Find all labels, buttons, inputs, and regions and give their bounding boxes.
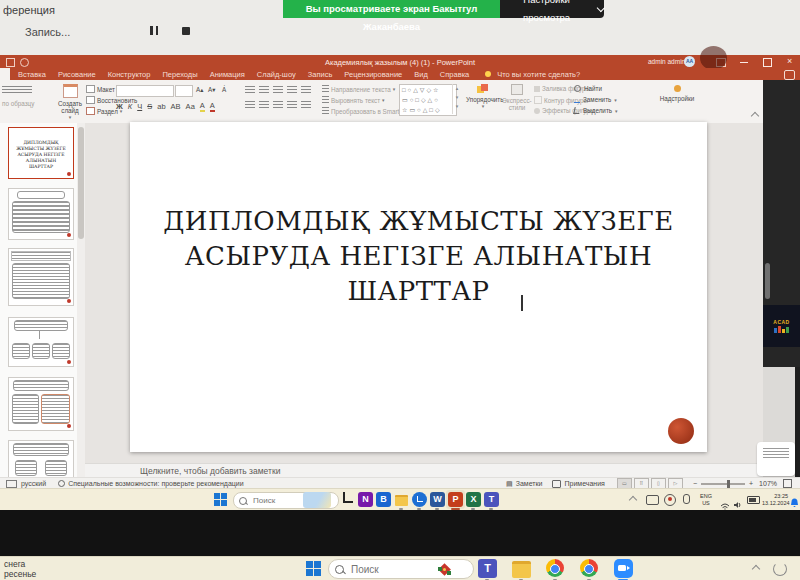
tab-slideshow[interactable]: Слайд-шоу [257,70,296,79]
app-icon-onenote[interactable]: N [358,492,373,507]
quick-styles-button[interactable]: Экспресс-стили [502,84,532,111]
battery-icon[interactable] [747,496,760,504]
select-button[interactable]: Выделить▾ [574,107,618,114]
app-icon-window[interactable] [340,492,355,507]
minimize-button[interactable] [740,62,748,63]
font-name-box[interactable] [116,85,174,97]
format-painter-label[interactable]: по образцу [2,100,34,107]
collapse-ribbon-icon[interactable] [751,112,759,120]
new-slide-button[interactable]: Создать слайд ▾ [57,84,83,120]
tab-help[interactable]: Справка [440,70,469,79]
tab-transitions[interactable]: Переходы [162,70,197,79]
view-settings-button[interactable]: Настройки просмотра [500,0,604,18]
underline-button[interactable]: Ч [137,102,142,111]
indent-increase-icon[interactable] [287,86,297,94]
weather-text-line1[interactable]: снега [4,559,25,569]
status-language[interactable]: русский [21,480,46,487]
stop-recording-button[interactable] [182,27,190,35]
start-button[interactable] [306,561,321,576]
app-icon-teams[interactable]: T [484,492,499,507]
app-icon-chrome[interactable] [580,559,598,577]
tellme-box[interactable]: Что вы хотите сделать? [497,70,580,79]
tab-insert[interactable]: Вставка [18,70,46,79]
slide-thumbnail-3[interactable] [8,248,74,306]
tab-active-partial[interactable] [0,68,10,80]
zoom-out-button[interactable]: − [693,480,697,487]
fit-slide-icon[interactable] [783,479,792,488]
app-icon-excel[interactable]: X [466,492,481,507]
app-icon-teams[interactable]: T [478,559,497,578]
align-left-icon[interactable] [245,101,255,109]
shadow-button[interactable]: ab [157,102,165,111]
tab-animations[interactable]: Анимация [210,70,245,79]
indent-decrease-icon[interactable] [273,86,283,94]
clear-format-button[interactable]: А́ [222,86,226,93]
language-indicator[interactable]: ENGUS [700,493,712,507]
shapes-gallery[interactable]: □○△▽◇☆▭○□◇△○☆▭○△□◇ [399,84,457,116]
account-name[interactable]: admin admin [648,58,685,65]
floating-panel[interactable] [757,442,795,476]
text-direction-button[interactable]: Направление текста▾ [322,85,395,93]
app-icon-powerpoint[interactable]: P [448,492,463,507]
notes-pane[interactable]: Щелкните, чтобы добавить заметки [85,463,763,478]
restore-button[interactable] [763,58,772,67]
video-panel-scrollbar[interactable] [765,263,770,299]
app-icon-clock[interactable] [412,492,427,507]
zoom-slider-handle[interactable] [727,480,730,488]
app-icon-word[interactable]: W [430,492,445,507]
tray-clock[interactable]: 23:2513.12.2024 [762,493,788,507]
font-size-box[interactable] [175,85,193,97]
status-accessibility[interactable]: Специальные возможности: проверьте реком… [68,480,244,487]
slide-canvas[interactable]: ДИПЛОМДЫҚ ЖҰМЫСТЫ ЖҮЗЕГЕ АСЫРУДА НЕГІЗГЕ… [130,122,707,452]
layout-button[interactable]: Макет▾ [86,85,119,93]
columns-icon[interactable] [301,101,311,109]
app-icon-bing[interactable]: B [376,492,391,507]
bold-button[interactable]: Ж [116,102,123,111]
tray-camera-icon[interactable] [646,495,659,505]
weather-widget[interactable] [303,492,331,508]
italic-button[interactable]: К [128,102,132,111]
pause-recording-button[interactable] [150,26,158,35]
tray-record-icon[interactable] [664,494,676,506]
char-spacing-button[interactable]: АВ [171,102,181,111]
tab-view[interactable]: Вид [414,70,428,79]
tab-record[interactable]: Запись [308,70,333,79]
app-icon-chrome[interactable] [546,559,564,577]
slide-thumbnail-5[interactable] [8,377,74,431]
replace-button[interactable]: Заменить▾ [574,96,617,103]
change-case-button[interactable]: Аа [186,102,195,111]
tray-chevron-icon[interactable] [629,496,637,504]
shrink-font-button[interactable]: А▾ [208,86,215,93]
zoom-slider[interactable] [701,483,745,485]
app-icon-zoom[interactable] [614,559,633,578]
comments-toggle[interactable]: Примечания [564,480,604,487]
slide-thumbnail-4[interactable] [8,317,74,367]
slide-thumbnail-2[interactable] [8,188,74,240]
scrollbar-thumb[interactable] [78,127,84,239]
participant-video-thumbnail[interactable]: ACAD [763,305,800,347]
zoom-percentage[interactable]: 107% [759,480,777,487]
tray-chevron-icon[interactable] [752,565,760,573]
avatar[interactable]: AA [684,56,695,67]
slide-thumbnail-6[interactable] [8,440,74,477]
close-button[interactable]: × [787,56,792,66]
strike-button[interactable]: S [147,102,152,111]
slide-title[interactable]: ДИПЛОМДЫҚ ЖҰМЫСТЫ ЖҮЗЕГЕ АСЫРУДА НЕГІЗГЕ… [140,204,697,309]
numbering-icon[interactable] [259,86,269,94]
align-center-icon[interactable] [259,101,269,109]
sync-icon[interactable] [773,562,787,576]
tab-design[interactable]: Конструктор [108,70,151,79]
font-color-button[interactable]: А [210,101,215,112]
align-right-icon[interactable] [273,101,283,109]
line-spacing-icon[interactable] [301,86,311,94]
app-icon-explorer[interactable] [394,492,409,507]
bullets-icon[interactable] [245,86,255,94]
find-button[interactable]: Найти [574,85,602,92]
notes-toggle[interactable]: Заметки [516,480,543,487]
weather-text-line2[interactable]: ресенье [4,569,36,579]
tray-mic-icon[interactable] [683,494,690,504]
addins-button[interactable]: Надстройки [655,85,699,102]
arrange-button[interactable]: Упорядочить ▾ [466,84,500,109]
tab-review[interactable]: Рецензирование [344,70,402,79]
search-input[interactable] [349,563,433,576]
